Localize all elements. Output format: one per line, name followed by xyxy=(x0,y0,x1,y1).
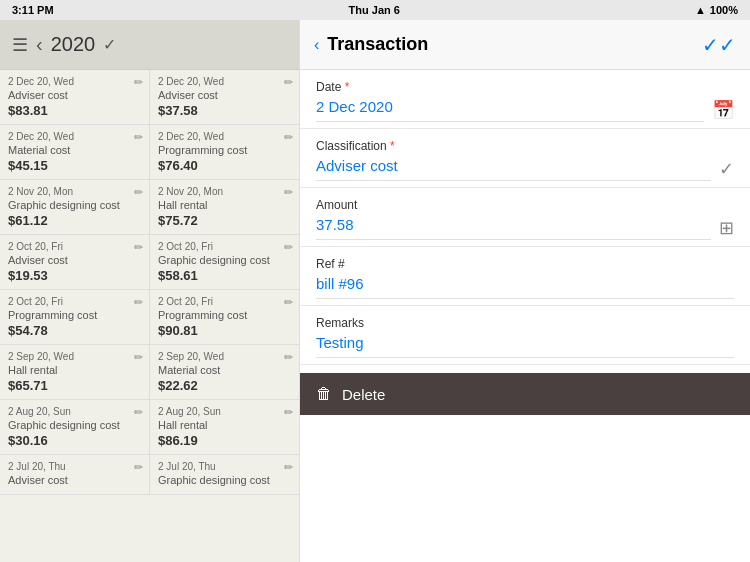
transaction-amount: $61.12 xyxy=(8,213,141,228)
list-item[interactable]: 2 Oct 20, Fri Adviser cost $19.53 ✏ xyxy=(0,235,150,289)
edit-icon[interactable]: ✏ xyxy=(284,296,293,309)
transaction-type: Adviser cost xyxy=(158,89,291,101)
transaction-date: 2 Oct 20, Fri xyxy=(8,296,141,307)
edit-icon[interactable]: ✏ xyxy=(284,186,293,199)
transaction-date: 2 Aug 20, Sun xyxy=(158,406,291,417)
transaction-date: 2 Nov 20, Mon xyxy=(8,186,141,197)
amount-section: Amount 37.58 ⊞ xyxy=(300,188,750,247)
check-icon: ✓ xyxy=(103,35,116,54)
done-check-icon[interactable]: ✓✓ xyxy=(702,33,736,57)
list-item[interactable]: 2 Dec 20, Wed Programming cost $76.40 ✏ xyxy=(150,125,299,179)
list-item[interactable]: 2 Jul 20, Thu Graphic designing cost ✏ xyxy=(150,455,299,494)
transaction-amount: $58.61 xyxy=(158,268,291,283)
edit-icon[interactable]: ✏ xyxy=(134,76,143,89)
transaction-title: Transaction xyxy=(327,34,702,55)
battery-icon: 100% xyxy=(710,4,738,16)
transaction-date: 2 Nov 20, Mon xyxy=(158,186,291,197)
wifi-icon: ▲ xyxy=(695,4,706,16)
back-icon[interactable]: ‹ xyxy=(314,36,319,54)
edit-icon[interactable]: ✏ xyxy=(134,186,143,199)
transaction-type: Programming cost xyxy=(158,309,291,321)
date-value[interactable]: 2 Dec 2020 xyxy=(316,98,704,122)
transaction-type: Adviser cost xyxy=(8,89,141,101)
list-item[interactable]: 2 Oct 20, Fri Programming cost $54.78 ✏ xyxy=(0,290,150,344)
amount-label: Amount xyxy=(316,198,734,212)
edit-icon[interactable]: ✏ xyxy=(284,351,293,364)
transaction-date: 2 Sep 20, Wed xyxy=(8,351,141,362)
transaction-type: Programming cost xyxy=(8,309,141,321)
list-item[interactable]: 2 Aug 20, Sun Hall rental $86.19 ✏ xyxy=(150,400,299,454)
classification-value[interactable]: Adviser cost xyxy=(316,157,711,181)
transaction-date: 2 Dec 20, Wed xyxy=(8,131,141,142)
transaction-amount: $45.15 xyxy=(8,158,141,173)
list-item[interactable]: 2 Nov 20, Mon Graphic designing cost $61… xyxy=(0,180,150,234)
table-row: 2 Sep 20, Wed Hall rental $65.71 ✏ 2 Sep… xyxy=(0,345,299,400)
transaction-date: 2 Sep 20, Wed xyxy=(158,351,291,362)
edit-icon[interactable]: ✏ xyxy=(134,461,143,474)
list-item[interactable]: 2 Dec 20, Wed Material cost $45.15 ✏ xyxy=(0,125,150,179)
list-item[interactable]: 2 Nov 20, Mon Hall rental $75.72 ✏ xyxy=(150,180,299,234)
edit-icon[interactable]: ✏ xyxy=(284,406,293,419)
year-title: 2020 xyxy=(51,33,96,56)
transaction-amount: $75.72 xyxy=(158,213,291,228)
hamburger-icon[interactable]: ☰ xyxy=(12,30,36,60)
amount-value[interactable]: 37.58 xyxy=(316,216,711,240)
table-row: 2 Oct 20, Fri Adviser cost $19.53 ✏ 2 Oc… xyxy=(0,235,299,290)
edit-icon[interactable]: ✏ xyxy=(134,296,143,309)
transaction-date: 2 Dec 20, Wed xyxy=(8,76,141,87)
edit-icon[interactable]: ✏ xyxy=(284,241,293,254)
classification-label: Classification * xyxy=(316,139,734,153)
transaction-date: 2 Aug 20, Sun xyxy=(8,406,141,417)
edit-icon[interactable]: ✏ xyxy=(284,131,293,144)
transaction-amount: $22.62 xyxy=(158,378,291,393)
transaction-type: Programming cost xyxy=(158,144,291,156)
list-item[interactable]: 2 Sep 20, Wed Material cost $22.62 ✏ xyxy=(150,345,299,399)
edit-icon[interactable]: ✏ xyxy=(134,241,143,254)
delete-label: Delete xyxy=(342,386,385,403)
edit-icon[interactable]: ✏ xyxy=(134,131,143,144)
classification-section: Classification * Adviser cost ✓ xyxy=(300,129,750,188)
list-item[interactable]: 2 Aug 20, Sun Graphic designing cost $30… xyxy=(0,400,150,454)
calculator-icon[interactable]: ⊞ xyxy=(719,217,734,239)
list-item[interactable]: 2 Dec 20, Wed Adviser cost $37.58 ✏ xyxy=(150,70,299,124)
edit-icon[interactable]: ✏ xyxy=(284,76,293,89)
transaction-amount: $19.53 xyxy=(8,268,141,283)
transaction-type: Graphic designing cost xyxy=(8,419,141,431)
edit-icon[interactable]: ✏ xyxy=(134,351,143,364)
transaction-date: 2 Oct 20, Fri xyxy=(8,241,141,252)
transaction-type: Adviser cost xyxy=(8,254,141,266)
list-item[interactable]: 2 Sep 20, Wed Hall rental $65.71 ✏ xyxy=(0,345,150,399)
calendar-icon[interactable]: 📅 xyxy=(712,99,734,121)
ref-label: Ref # xyxy=(316,257,734,271)
transaction-date: 2 Jul 20, Thu xyxy=(158,461,291,472)
list-item[interactable]: 2 Oct 20, Fri Programming cost $90.81 ✏ xyxy=(150,290,299,344)
left-panel: ☰ ‹ 2020 ✓ 2 Dec 20, Wed Adviser cost $8… xyxy=(0,20,300,562)
transaction-amount: $37.58 xyxy=(158,103,291,118)
transaction-type: Graphic designing cost xyxy=(158,474,291,486)
delete-button[interactable]: 🗑 Delete xyxy=(300,373,750,415)
transaction-type: Graphic designing cost xyxy=(8,199,141,211)
table-row: 2 Jul 20, Thu Adviser cost ✏ 2 Jul 20, T… xyxy=(0,455,299,495)
status-time: 3:11 PM xyxy=(12,4,54,16)
list-item[interactable]: 2 Jul 20, Thu Adviser cost ✏ xyxy=(0,455,150,494)
table-row: 2 Nov 20, Mon Graphic designing cost $61… xyxy=(0,180,299,235)
list-item[interactable]: 2 Oct 20, Fri Graphic designing cost $58… xyxy=(150,235,299,289)
table-row: 2 Dec 20, Wed Adviser cost $83.81 ✏ 2 De… xyxy=(0,70,299,125)
check-circle-icon[interactable]: ✓ xyxy=(719,158,734,180)
transaction-type: Hall rental xyxy=(8,364,141,376)
back-button[interactable]: ‹ xyxy=(36,33,43,56)
date-section: Date * 2 Dec 2020 📅 xyxy=(300,70,750,129)
transaction-date: 2 Oct 20, Fri xyxy=(158,241,291,252)
remarks-value[interactable]: Testing xyxy=(316,334,734,358)
transaction-type: Material cost xyxy=(158,364,291,376)
remarks-section: Remarks Testing xyxy=(300,306,750,365)
list-item[interactable]: 2 Dec 20, Wed Adviser cost $83.81 ✏ xyxy=(0,70,150,124)
transaction-date: 2 Dec 20, Wed xyxy=(158,131,291,142)
transaction-type: Graphic designing cost xyxy=(158,254,291,266)
ref-value[interactable]: bill #96 xyxy=(316,275,734,299)
edit-icon[interactable]: ✏ xyxy=(134,406,143,419)
edit-icon[interactable]: ✏ xyxy=(284,461,293,474)
right-panel: ‹ Transaction ✓✓ Date * 2 Dec 2020 📅 Cla… xyxy=(300,20,750,562)
transaction-date: 2 Dec 20, Wed xyxy=(158,76,291,87)
table-row: 2 Aug 20, Sun Graphic designing cost $30… xyxy=(0,400,299,455)
